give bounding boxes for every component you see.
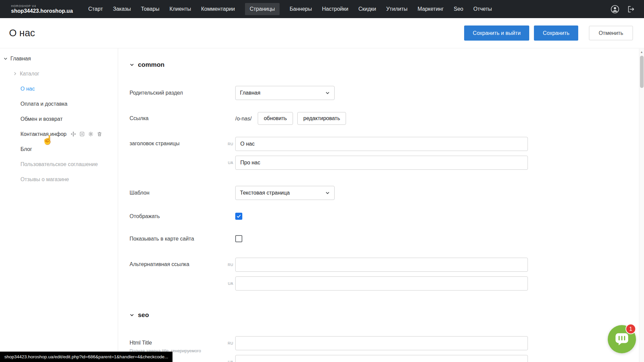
link-label: Ссылка	[130, 115, 235, 121]
chevron-down-icon	[130, 62, 134, 67]
template-label: Шаблон	[130, 190, 235, 196]
template-row: Шаблон Текстовая страница	[130, 186, 631, 200]
nav-banners[interactable]: Баннеры	[290, 3, 312, 15]
chat-unread-badge: 1	[626, 324, 636, 334]
display-checkbox[interactable]	[235, 213, 242, 220]
nav-clients[interactable]: Клиенты	[169, 3, 191, 15]
page-title-input-ru[interactable]	[235, 137, 528, 151]
parent-section-row: Родительский раздел Главная	[130, 86, 631, 100]
display-row: Отображать	[130, 213, 631, 220]
save-button[interactable]: Сохранить	[534, 25, 578, 41]
sidebar-item-exchange-return[interactable]: Обмен и возврат	[0, 111, 118, 126]
nav-comments[interactable]: Комментарии	[201, 3, 235, 15]
trash-icon[interactable]	[97, 131, 102, 137]
sidebar-item-about[interactable]: О нас	[0, 81, 118, 96]
nav-settings[interactable]: Настройки	[322, 3, 348, 15]
chevron-down-icon	[3, 56, 8, 61]
sidebar-item-label: Обмен и возврат	[20, 116, 62, 122]
status-url-text: shop34423.horoshop.ua/edit/edit.php?id=6…	[4, 354, 168, 359]
scrollbar[interactable]: ▲	[639, 49, 644, 362]
alt-link-row: Альтернативная ссылка RU UA	[130, 258, 631, 291]
edit-link-button[interactable]: редактировать	[297, 112, 346, 125]
nav-utilities[interactable]: Утилиты	[386, 3, 408, 15]
display-label: Отображать	[130, 213, 235, 219]
alt-link-input-ua[interactable]	[235, 276, 528, 291]
nav-discounts[interactable]: Скидки	[358, 3, 376, 15]
brand-version: HOROSHOP V4	[11, 4, 73, 8]
nav-start[interactable]: Старт	[88, 3, 103, 15]
sitemap-checkbox[interactable]	[235, 235, 242, 242]
sitemap-label: Показывать в карте сайта	[130, 236, 235, 242]
brand-domain: shop34423.horoshop.ua	[11, 8, 73, 14]
alt-link-input-ru[interactable]	[235, 258, 528, 272]
html-title-row: Html Title Полная замена title, генериру…	[130, 336, 631, 362]
html-title-label: Html Title	[130, 340, 235, 346]
sidebar-item-label: О нас	[20, 86, 35, 92]
nav-products[interactable]: Товары	[141, 3, 159, 15]
chevron-down-icon	[325, 191, 330, 195]
lang-label-ru: RU	[225, 263, 233, 267]
chevron-down-icon	[130, 313, 134, 317]
parent-section-label: Родительский раздел	[130, 90, 235, 96]
refresh-link-button[interactable]: обновить	[258, 112, 293, 125]
page-title-label: заголовок страницы	[130, 137, 235, 147]
logout-icon[interactable]	[627, 5, 635, 13]
brand[interactable]: HOROSHOP V4 shop34423.horoshop.ua	[11, 4, 73, 14]
sidebar-item-user-agreement[interactable]: Пользовательское соглашение	[0, 157, 118, 172]
save-and-exit-button[interactable]: Сохранить и выйти	[464, 25, 530, 41]
move-icon[interactable]	[70, 131, 76, 137]
html-title-input-ua[interactable]	[235, 355, 528, 362]
sidebar-item-catalog[interactable]: Каталог	[0, 66, 118, 81]
lang-label-ua: UA	[225, 281, 233, 286]
lang-label-ua: UA	[225, 360, 233, 362]
sidebar-item-label: Оплата и доставка	[20, 101, 67, 107]
link-path: /o-nas/	[235, 115, 252, 122]
account-icon[interactable]	[610, 5, 620, 14]
scrollbar-thumb[interactable]	[640, 56, 644, 88]
nav-reports[interactable]: Отчеты	[474, 3, 492, 15]
nav-pages[interactable]: Страницы	[245, 3, 280, 15]
section-common[interactable]: common	[130, 60, 631, 69]
chat-bubble-icon	[614, 332, 630, 346]
nav-orders[interactable]: Заказы	[113, 3, 131, 15]
status-url-tooltip: shop34423.horoshop.ua/edit/edit.php?id=6…	[0, 352, 172, 362]
body: Главная Каталог О нас Оплата и доставка …	[0, 48, 644, 362]
chevron-right-icon	[13, 71, 17, 76]
link-row: Ссылка /o-nas/ обновить редактировать	[130, 112, 631, 125]
sidebar-item-payment-delivery[interactable]: Оплата и доставка	[0, 96, 118, 111]
top-nav: Старт Заказы Товары Клиенты Комментарии …	[88, 3, 492, 15]
sidebar-item-home[interactable]: Главная	[0, 51, 118, 66]
parent-section-value: Главная	[240, 90, 260, 96]
nav-marketing[interactable]: Маркетинг	[417, 3, 444, 15]
app-window: HOROSHOP V4 shop34423.horoshop.ua Старт …	[0, 0, 644, 362]
lang-label-ua: UA	[225, 161, 233, 165]
section-seo[interactable]: seo	[130, 311, 631, 319]
topbar: HOROSHOP V4 shop34423.horoshop.ua Старт …	[0, 0, 644, 18]
page-title-row: заголовок страницы RU UA	[130, 137, 631, 170]
sidebar-item-label: Пользовательское соглашение	[20, 161, 98, 167]
scroll-up-icon[interactable]: ▲	[639, 49, 644, 54]
section-seo-label: seo	[138, 311, 149, 319]
cancel-button[interactable]: Отменить	[589, 26, 633, 40]
sidebar-item-label: Контактная инфор	[20, 131, 66, 137]
sidebar-item-label: Блог	[20, 146, 32, 152]
page-edit-form: common Родительский раздел Главная Ссылк…	[118, 48, 644, 362]
page-title-input-ua[interactable]	[235, 156, 528, 170]
html-title-label-block: Html Title Полная замена title, генериру…	[130, 336, 235, 354]
parent-section-select[interactable]: Главная	[235, 86, 335, 100]
lang-label-ru: RU	[225, 341, 233, 345]
html-title-input-ru[interactable]	[235, 336, 528, 350]
nav-seo[interactable]: Seo	[454, 3, 463, 15]
gear-icon[interactable]	[88, 131, 94, 137]
sitemap-row: Показывать в карте сайта	[130, 235, 631, 242]
topbar-actions	[610, 5, 635, 14]
chat-widget-button[interactable]: 1	[608, 325, 636, 353]
sidebar-item-store-reviews[interactable]: Отзывы о магазине	[0, 172, 118, 187]
sidebar-item-contact-info[interactable]: Контактная инфор	[0, 126, 118, 142]
check-icon	[236, 214, 241, 219]
add-page-icon[interactable]	[79, 131, 85, 137]
template-select[interactable]: Текстовая страница	[235, 186, 335, 200]
alt-link-label: Альтернативная ссылка	[130, 258, 235, 267]
sidebar-item-blog[interactable]: Блог	[0, 142, 118, 157]
pages-tree-sidebar: Главная Каталог О нас Оплата и доставка …	[0, 48, 118, 362]
